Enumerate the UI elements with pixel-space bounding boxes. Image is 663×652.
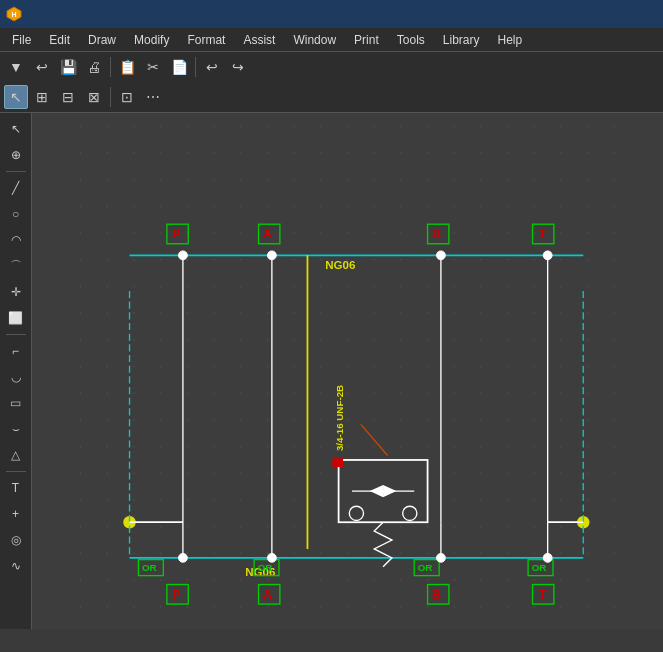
menu-item-print[interactable]: Print: [346, 31, 387, 49]
svg-point-20: [267, 251, 276, 260]
toolbar-btn-1-5[interactable]: ⋯: [141, 85, 165, 109]
toolbar-btn-0-1[interactable]: ↩: [30, 55, 54, 79]
left-toolbar-btn-1[interactable]: ⊕: [4, 143, 28, 167]
menu-item-edit[interactable]: Edit: [41, 31, 78, 49]
toolbar-btn-0-0[interactable]: ▼: [4, 55, 28, 79]
left-toolbar-btn-4[interactable]: ◠: [4, 228, 28, 252]
app-icon: H: [6, 6, 22, 22]
svg-point-36: [543, 553, 552, 562]
left-toolbar-btn-11[interactable]: ⌣: [4, 417, 28, 441]
schematic-canvas[interactable]: NG06 NG06 P A B T: [32, 113, 663, 629]
left-toolbar-btn-6[interactable]: ✛: [4, 280, 28, 304]
left-toolbar-btn-5[interactable]: ⌒: [4, 254, 28, 278]
or-label-4: OR: [532, 562, 547, 573]
menu-item-tools[interactable]: Tools: [389, 31, 433, 49]
left-toolbar-btn-16[interactable]: ∿: [4, 554, 28, 578]
thread-label: 3/4-16 UNF-2B: [334, 385, 345, 451]
left-toolbar-btn-14[interactable]: +: [4, 502, 28, 526]
port-bot-P: P: [172, 588, 180, 602]
menu-bar: FileEditDrawModifyFormatAssistWindowPrin…: [0, 28, 663, 52]
menu-item-library[interactable]: Library: [435, 31, 488, 49]
menu-item-format[interactable]: Format: [179, 31, 233, 49]
toolbar-btn-0-8[interactable]: ↪: [226, 55, 250, 79]
port-top-P: P: [172, 227, 180, 241]
port-top-A: A: [263, 227, 272, 241]
toolbar-row-2: ↖⊞⊟⊠⊡⋯: [0, 82, 663, 112]
or-label-2: OR: [258, 562, 273, 573]
left-toolbar-btn-15[interactable]: ◎: [4, 528, 28, 552]
title-bar: H: [0, 0, 663, 28]
port-top-T: T: [539, 227, 547, 241]
left-toolbar-btn-10[interactable]: ▭: [4, 391, 28, 415]
toolbar-btn-1-2[interactable]: ⊟: [56, 85, 80, 109]
left-toolbar-btn-13[interactable]: T: [4, 476, 28, 500]
svg-point-35: [436, 553, 445, 562]
left-toolbar-btn-9[interactable]: ◡: [4, 365, 28, 389]
main-area: ↖⊕╱○◠⌒✛⬜⌐◡▭⌣△T+◎∿: [0, 113, 663, 629]
port-top-B: B: [432, 227, 441, 241]
toolbar-separator: [110, 87, 111, 107]
menu-item-file[interactable]: File: [4, 31, 39, 49]
toolbar-btn-0-2[interactable]: 💾: [56, 55, 80, 79]
left-toolbar-btn-2[interactable]: ╱: [4, 176, 28, 200]
left-toolbar-separator: [6, 471, 26, 472]
or-label-1: OR: [142, 562, 157, 573]
menu-item-modify[interactable]: Modify: [126, 31, 177, 49]
left-toolbar-btn-12[interactable]: △: [4, 443, 28, 467]
toolbar-btn-0-4[interactable]: 📋: [115, 55, 139, 79]
toolbar-btn-1-0[interactable]: ↖: [4, 85, 28, 109]
toolbar-btn-0-3[interactable]: 🖨: [82, 55, 106, 79]
canvas-area[interactable]: NG06 NG06 P A B T: [32, 113, 663, 629]
toolbar-btn-0-6[interactable]: 📄: [167, 55, 191, 79]
menu-item-help[interactable]: Help: [490, 31, 531, 49]
toolbar-btn-0-5[interactable]: ✂: [141, 55, 165, 79]
ng06-top-label: NG06: [325, 259, 355, 271]
menu-item-window[interactable]: Window: [285, 31, 344, 49]
svg-point-21: [436, 251, 445, 260]
left-toolbar-btn-0[interactable]: ↖: [4, 117, 28, 141]
svg-point-34: [267, 553, 276, 562]
svg-point-19: [178, 251, 187, 260]
toolbar-separator: [110, 57, 111, 77]
port-bot-B: B: [432, 588, 441, 602]
svg-point-33: [178, 553, 187, 562]
or-label-3: OR: [418, 562, 433, 573]
toolbar-row-1: ▼↩💾🖨📋✂📄↩↪: [0, 52, 663, 82]
toolbar-btn-1-3[interactable]: ⊠: [82, 85, 106, 109]
left-toolbar: ↖⊕╱○◠⌒✛⬜⌐◡▭⌣△T+◎∿: [0, 113, 32, 629]
toolbar-container: ▼↩💾🖨📋✂📄↩↪ ↖⊞⊟⊠⊡⋯: [0, 52, 663, 113]
toolbar-separator: [195, 57, 196, 77]
left-toolbar-btn-3[interactable]: ○: [4, 202, 28, 226]
menu-item-assist[interactable]: Assist: [235, 31, 283, 49]
port-bot-A: A: [263, 588, 272, 602]
menu-item-draw[interactable]: Draw: [80, 31, 124, 49]
svg-rect-3: [67, 113, 627, 629]
left-toolbar-btn-8[interactable]: ⌐: [4, 339, 28, 363]
svg-point-22: [543, 251, 552, 260]
left-toolbar-separator: [6, 171, 26, 172]
toolbar-btn-1-1[interactable]: ⊞: [30, 85, 54, 109]
svg-rect-43: [332, 458, 343, 467]
toolbar-btn-0-7[interactable]: ↩: [200, 55, 224, 79]
svg-text:H: H: [11, 11, 16, 18]
port-bot-T: T: [539, 588, 547, 602]
toolbar-btn-1-4[interactable]: ⊡: [115, 85, 139, 109]
left-toolbar-btn-7[interactable]: ⬜: [4, 306, 28, 330]
left-toolbar-separator: [6, 334, 26, 335]
